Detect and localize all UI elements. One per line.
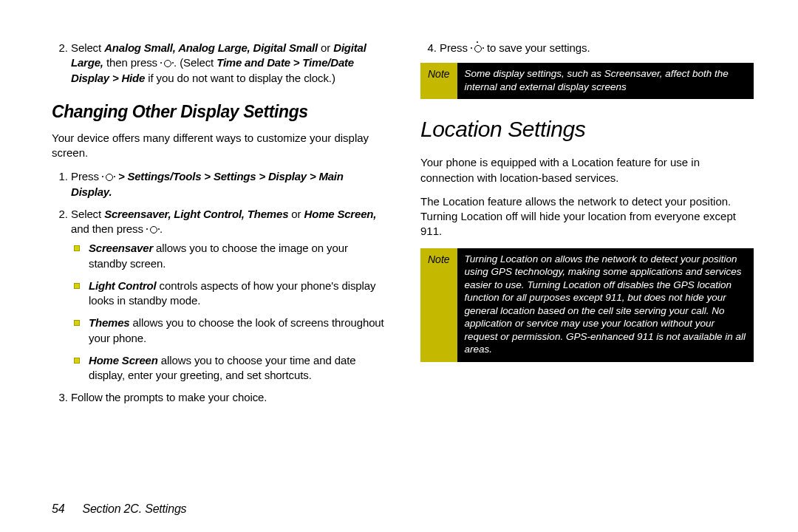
bullet-screensaver: Screensaver allows you to choose the ima… xyxy=(86,241,385,271)
ok-key-icon xyxy=(471,44,484,52)
definition: allows you to choose the look of screens… xyxy=(89,316,384,344)
page-number: 54 xyxy=(52,502,64,515)
page: Select Analog Small, Analog Large, Digit… xyxy=(0,0,798,532)
left-column: Select Analog Small, Analog Large, Digit… xyxy=(52,41,385,413)
option-descriptions: Screensaver allows you to choose the ima… xyxy=(71,241,385,383)
text: and then press xyxy=(71,222,146,235)
display-settings-steps: Press > Settings/Tools > Settings > Disp… xyxy=(52,169,385,405)
bullet-light-control: Light Control controls aspects of how yo… xyxy=(86,279,385,309)
term: Screensaver xyxy=(89,242,153,254)
term: Home Screen xyxy=(89,354,158,366)
note-label: Note xyxy=(420,63,457,99)
location-paragraph-2: The Location feature allows the network … xyxy=(420,194,754,239)
note-box: Note Turning Location on allows the netw… xyxy=(420,248,754,362)
step-3: Follow the prompts to make your choice. xyxy=(71,390,385,405)
bullet-themes: Themes allows you to choose the look of … xyxy=(86,316,385,346)
option-names: Screensaver, Light Control, Themes xyxy=(104,208,288,220)
text: . xyxy=(160,222,163,235)
ok-key-icon xyxy=(102,172,115,181)
text: to save your settings. xyxy=(484,41,590,54)
text: or xyxy=(288,208,304,220)
text: Select xyxy=(71,41,104,54)
location-paragraph-1: Your phone is equipped with a Location f… xyxy=(420,155,754,185)
option-names: Analog Small, Analog Large, Digital Smal… xyxy=(104,41,318,54)
text: if you do not want to display the clock.… xyxy=(145,72,335,84)
text: . (Select xyxy=(174,56,216,69)
text: or xyxy=(318,41,333,54)
section-heading: Location Settings xyxy=(420,117,754,142)
note-text: Some display settings, such as Screensav… xyxy=(457,63,754,99)
intro-paragraph: Your device offers many different ways t… xyxy=(52,131,385,161)
clock-continued-steps: Select Analog Small, Analog Large, Digit… xyxy=(52,41,385,86)
note-text: Turning Location on allows the network t… xyxy=(457,248,754,362)
footer-section: Section 2C. Settings xyxy=(82,502,186,515)
page-footer: 54Section 2C. Settings xyxy=(52,502,186,516)
ok-key-icon xyxy=(160,58,174,67)
subsection-heading: Changing Other Display Settings xyxy=(52,102,385,122)
step-1: Press > Settings/Tools > Settings > Disp… xyxy=(71,169,385,200)
term: Light Control xyxy=(89,279,157,292)
note-box: Note Some display settings, such as Scre… xyxy=(420,63,754,99)
right-column: Press to save your settings. Note Some d… xyxy=(420,41,754,413)
option-name: Home Screen, xyxy=(304,208,377,220)
text: Press xyxy=(440,41,471,54)
display-settings-steps-cont: Press to save your settings. xyxy=(420,41,754,55)
text: then press xyxy=(103,56,160,69)
bullet-home-screen: Home Screen allows you to choose your ti… xyxy=(86,353,385,383)
text: Select xyxy=(71,208,104,220)
note-label: Note xyxy=(420,248,457,362)
two-column-layout: Select Analog Small, Analog Large, Digit… xyxy=(52,41,754,413)
ok-key-icon xyxy=(146,225,160,233)
step-4: Press to save your settings. xyxy=(440,41,754,55)
term: Themes xyxy=(89,316,130,329)
step-2-clock: Select Analog Small, Analog Large, Digit… xyxy=(71,41,385,86)
step-2: Select Screensaver, Light Control, Theme… xyxy=(71,207,385,383)
text: Press xyxy=(71,170,102,183)
